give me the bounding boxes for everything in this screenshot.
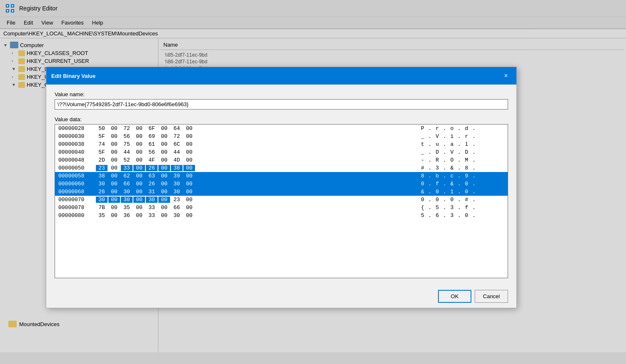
hex-cell[interactable]: 26 (146, 181, 158, 187)
hex-cell[interactable]: 74 (96, 141, 108, 147)
hex-cell[interactable]: 2D (96, 157, 108, 163)
hex-row[interactable]: 000000787B00350033006600{ . 5 . 3 . f . (55, 204, 508, 212)
hex-cell[interactable]: 00 (183, 189, 195, 195)
hex-cell[interactable]: 00 (108, 157, 120, 163)
hex-cell[interactable]: 30 (96, 181, 108, 187)
hex-cell[interactable]: 00 (158, 197, 170, 203)
hex-editor[interactable]: 00000028500072006F006400P . r . o . d .0… (55, 124, 508, 278)
hex-cell[interactable]: 30 (96, 197, 108, 203)
hex-cell[interactable]: 44 (171, 149, 183, 155)
hex-cell[interactable]: 4D (171, 157, 183, 163)
hex-cell[interactable]: 00 (158, 157, 170, 163)
hex-cell[interactable]: 66 (171, 204, 183, 211)
hex-cell[interactable]: 00 (183, 125, 195, 132)
hex-cell[interactable]: 23 (96, 165, 108, 171)
hex-cell[interactable]: 00 (108, 133, 120, 140)
hex-cell[interactable]: 00 (183, 181, 195, 187)
hex-cell[interactable]: 56 (146, 149, 158, 155)
hex-cell[interactable]: 00 (158, 173, 170, 179)
hex-cell[interactable]: 00 (158, 133, 170, 140)
hex-cell[interactable]: 00 (108, 189, 120, 195)
hex-cell[interactable]: 38 (96, 173, 108, 179)
hex-cell[interactable]: 66 (121, 181, 133, 187)
hex-cell[interactable]: 00 (183, 149, 195, 155)
hex-cell[interactable]: 00 (133, 165, 145, 171)
hex-row[interactable]: 00000028500072006F006400P . r . o . d . (55, 125, 508, 132)
hex-cell[interactable]: 33 (121, 165, 133, 171)
hex-cell[interactable]: 00 (108, 181, 120, 187)
hex-row[interactable]: 000000502300330026003800# . 3 . & . 8 . (55, 164, 508, 172)
ok-button[interactable]: OK (438, 290, 471, 303)
hex-cell[interactable]: 00 (133, 204, 145, 211)
hex-cell[interactable]: 00 (133, 212, 145, 219)
hex-row[interactable]: 0000006030006600260030000 . f . & . 0 . (55, 180, 508, 188)
hex-cell[interactable]: 00 (133, 125, 145, 132)
hex-cell[interactable]: 00 (133, 133, 145, 140)
hex-cell[interactable]: 00 (183, 204, 195, 211)
hex-row[interactable]: 000000387400750061006C00t . u . a . l . (55, 140, 508, 148)
hex-cell[interactable]: 64 (171, 125, 183, 132)
hex-cell[interactable]: 00 (108, 173, 120, 179)
hex-cell[interactable]: 4F (146, 157, 158, 163)
hex-cell[interactable]: 00 (133, 149, 145, 155)
hex-cell[interactable]: 56 (121, 133, 133, 140)
hex-cell[interactable]: 00 (158, 125, 170, 132)
hex-cell[interactable]: 00 (108, 149, 120, 155)
hex-cell[interactable]: 00 (133, 197, 145, 203)
hex-cell[interactable]: 00 (183, 212, 195, 219)
hex-cell[interactable]: 72 (121, 125, 133, 132)
hex-cell[interactable]: 00 (133, 157, 145, 163)
hex-cell[interactable]: 30 (121, 197, 133, 203)
hex-cell[interactable]: 00 (108, 197, 120, 203)
value-name-input[interactable] (55, 99, 508, 110)
hex-cell[interactable]: 00 (108, 212, 120, 219)
hex-cell[interactable]: 00 (158, 149, 170, 155)
hex-cell[interactable]: 50 (96, 125, 108, 132)
hex-row[interactable]: 000000482D0052004F004D00- . R . O . M . (55, 156, 508, 164)
hex-cell[interactable]: 00 (133, 189, 145, 195)
hex-cell[interactable]: 00 (158, 165, 170, 171)
hex-cell[interactable]: 30 (171, 189, 183, 195)
hex-cell[interactable]: 63 (146, 173, 158, 179)
hex-cell[interactable]: 30 (171, 181, 183, 187)
hex-cell[interactable]: 30 (171, 212, 183, 219)
hex-cell[interactable]: 7B (96, 204, 108, 211)
hex-cell[interactable]: 35 (121, 204, 133, 211)
hex-row[interactable]: 0000005838006200630039008 . b . c . 9 . (55, 172, 508, 180)
dialog-close-button[interactable]: × (501, 70, 511, 81)
hex-cell[interactable]: 00 (183, 141, 195, 147)
hex-row[interactable]: 000000305F00560069007200_ . V . i . r . (55, 132, 508, 140)
hex-cell[interactable]: 72 (171, 133, 183, 140)
hex-cell[interactable]: 00 (158, 181, 170, 187)
hex-row[interactable]: 0000007030003000300023000 . 0 . 0 . # . (55, 196, 508, 204)
hex-cell[interactable]: 30 (146, 197, 158, 203)
hex-cell[interactable]: 5F (96, 149, 108, 155)
hex-cell[interactable]: 6C (171, 141, 183, 147)
hex-cell[interactable]: 44 (121, 149, 133, 155)
hex-cell[interactable]: 00 (183, 157, 195, 163)
hex-cell[interactable]: 61 (146, 141, 158, 147)
hex-cell[interactable]: 39 (171, 173, 183, 179)
hex-cell[interactable]: 75 (121, 141, 133, 147)
hex-cell[interactable]: 38 (171, 165, 183, 171)
hex-cell[interactable]: 33 (146, 204, 158, 211)
hex-cell[interactable]: 5F (96, 133, 108, 140)
hex-cell[interactable]: 00 (158, 204, 170, 211)
hex-cell[interactable]: 00 (183, 197, 195, 203)
hex-cell[interactable]: 35 (96, 212, 108, 219)
hex-cell[interactable]: 52 (121, 157, 133, 163)
hex-cell[interactable]: 00 (158, 189, 170, 195)
hex-cell[interactable]: 69 (146, 133, 158, 140)
hex-cell[interactable]: 26 (146, 165, 158, 171)
hex-cell[interactable]: 00 (183, 165, 195, 171)
hex-cell[interactable]: 00 (108, 125, 120, 132)
hex-cell[interactable]: 00 (108, 204, 120, 211)
hex-cell[interactable]: 00 (158, 212, 170, 219)
hex-cell[interactable]: 00 (133, 181, 145, 187)
hex-cell[interactable]: 00 (158, 141, 170, 147)
hex-cell[interactable]: 00 (108, 165, 120, 171)
hex-cell[interactable]: 62 (121, 173, 133, 179)
hex-cell[interactable]: 23 (171, 197, 183, 203)
hex-row[interactable]: 000000405F00440056004400_ . D . V . D . (55, 148, 508, 156)
hex-cell[interactable]: 6F (146, 125, 158, 132)
